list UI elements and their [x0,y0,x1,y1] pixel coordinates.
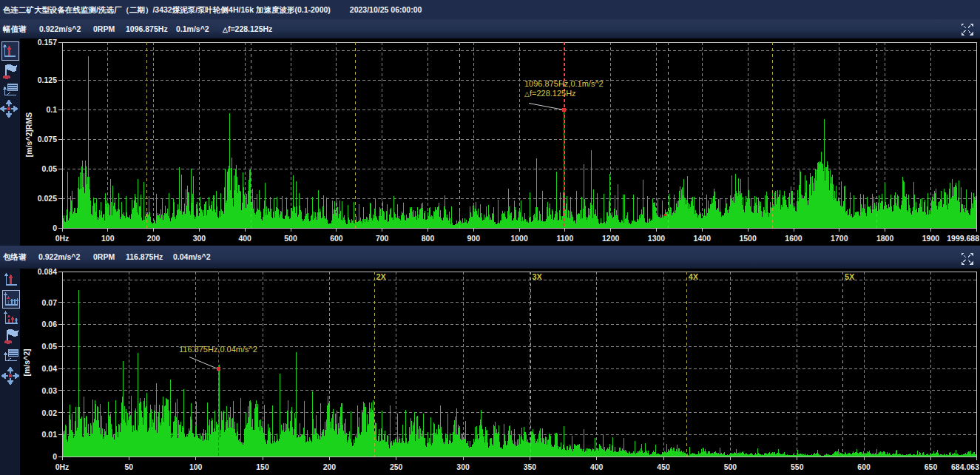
svg-text:300: 300 [193,234,206,243]
svg-text:200: 200 [147,234,160,243]
svg-text:4X: 4X [689,272,699,281]
svg-text:1500: 1500 [739,234,757,243]
svg-text:0.084: 0.084 [38,267,57,276]
svg-text:1900: 1900 [922,234,940,243]
svg-text:0.01: 0.01 [42,430,58,439]
svg-text:200: 200 [323,462,337,471]
svg-text:0.06: 0.06 [42,320,58,329]
svg-text:1300: 1300 [648,234,666,243]
svg-text:0.04: 0.04 [42,364,58,373]
svg-text:800: 800 [422,234,435,243]
svg-text:1000: 1000 [510,234,528,243]
svg-text:250: 250 [390,462,403,471]
svg-text:1999.688: 1999.688 [947,234,979,243]
svg-text:0.125: 0.125 [38,75,57,84]
svg-text:0Hz: 0Hz [55,462,70,471]
svg-text:100: 100 [189,462,203,471]
svg-text:550: 550 [791,462,804,471]
svg-text:684.063: 684.063 [951,462,979,471]
svg-text:0.025: 0.025 [38,194,57,203]
svg-text:50: 50 [124,462,133,471]
svg-text:0.075: 0.075 [38,135,57,144]
svg-text:0.05: 0.05 [42,342,58,351]
svg-text:450: 450 [657,462,670,471]
svg-text:3X: 3X [533,272,543,281]
svg-text:1800: 1800 [876,234,894,243]
svg-text:5X: 5X [845,272,855,281]
svg-text:1200: 1200 [602,234,620,243]
svg-text:0.03: 0.03 [42,386,58,395]
svg-text:[m/s^2]RMS: [m/s^2]RMS [24,112,33,157]
svg-text:0.07: 0.07 [42,298,58,307]
svg-text:[m/s^2]: [m/s^2] [22,348,31,376]
svg-text:100: 100 [101,234,115,243]
svg-text:500: 500 [724,462,737,471]
svg-text:700: 700 [376,234,389,243]
svg-text:900: 900 [467,234,481,243]
svg-text:0: 0 [53,223,57,232]
svg-text:△f=228.125Hz: △f=228.125Hz [524,89,576,98]
svg-text:500: 500 [284,234,297,243]
svg-text:400: 400 [590,462,604,471]
svg-text:0.1: 0.1 [46,105,57,114]
svg-text:350: 350 [524,462,537,471]
svg-text:1096.875Hz,0.1m/s^2: 1096.875Hz,0.1m/s^2 [524,79,604,88]
svg-text:1700: 1700 [831,234,848,243]
svg-text:116.875Hz,0.04m/s^2: 116.875Hz,0.04m/s^2 [179,345,257,354]
svg-text:650: 650 [925,462,938,471]
svg-text:0.02: 0.02 [42,408,58,417]
svg-text:300: 300 [456,462,470,471]
svg-text:2X: 2X [376,272,386,281]
svg-text:1100: 1100 [557,234,574,243]
svg-text:0.157: 0.157 [38,38,57,47]
svg-text:600: 600 [330,234,343,243]
svg-text:0.05: 0.05 [42,164,58,173]
svg-text:1400: 1400 [694,234,712,243]
svg-text:400: 400 [238,234,251,243]
svg-text:1600: 1600 [785,234,802,243]
svg-text:0Hz: 0Hz [55,234,70,243]
svg-text:150: 150 [256,462,269,471]
svg-text:0: 0 [53,452,57,461]
svg-text:600: 600 [857,462,871,471]
